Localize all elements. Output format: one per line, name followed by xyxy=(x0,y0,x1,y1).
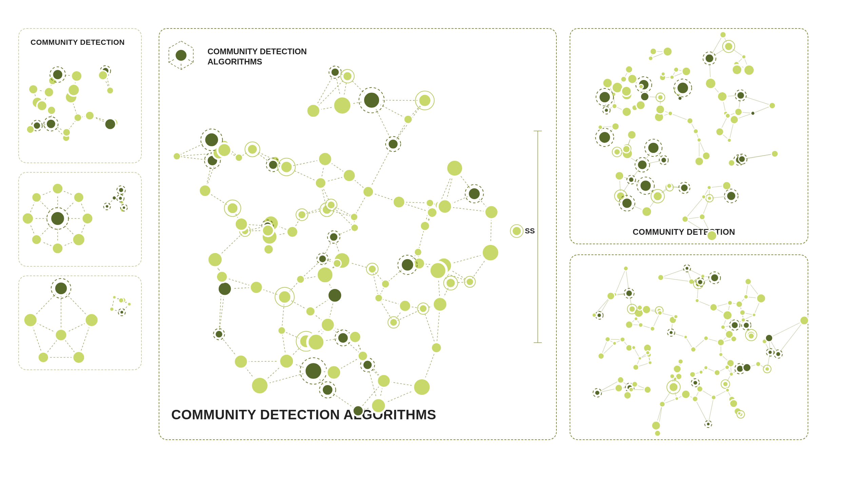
svg-point-580 xyxy=(727,138,732,142)
svg-point-332 xyxy=(247,144,257,154)
svg-point-945 xyxy=(646,351,650,355)
svg-point-860 xyxy=(743,363,751,372)
svg-point-436 xyxy=(327,201,335,209)
svg-point-370 xyxy=(315,177,326,189)
svg-point-336 xyxy=(343,169,356,182)
svg-point-908 xyxy=(744,294,748,299)
svg-point-572 xyxy=(639,84,643,89)
svg-point-949 xyxy=(684,335,687,339)
svg-point-962 xyxy=(738,412,741,415)
svg-point-655 xyxy=(737,92,744,99)
svg-point-43 xyxy=(74,114,82,122)
network xyxy=(592,265,809,436)
svg-point-626 xyxy=(687,118,693,124)
svg-point-400 xyxy=(316,266,334,284)
svg-point-889 xyxy=(765,335,773,342)
svg-point-869 xyxy=(626,290,633,297)
svg-point-415 xyxy=(235,217,248,231)
svg-point-58 xyxy=(107,87,114,94)
svg-point-961 xyxy=(615,384,623,392)
svg-point-385 xyxy=(199,185,211,197)
svg-point-363 xyxy=(218,282,232,296)
svg-point-668 xyxy=(720,32,726,38)
svg-point-877 xyxy=(678,359,683,364)
svg-point-81 xyxy=(74,192,84,203)
svg-point-362 xyxy=(429,262,447,279)
svg-point-587 xyxy=(661,157,666,163)
svg-line-277 xyxy=(368,144,393,192)
svg-point-394 xyxy=(216,271,228,283)
network xyxy=(23,279,99,364)
svg-point-592 xyxy=(598,125,602,129)
svg-point-438 xyxy=(426,199,434,207)
svg-point-607 xyxy=(614,149,621,155)
svg-point-87 xyxy=(32,192,42,202)
svg-point-80 xyxy=(52,183,63,194)
svg-point-621 xyxy=(707,186,711,190)
svg-point-85 xyxy=(32,234,42,245)
svg-point-636 xyxy=(680,184,688,192)
svg-point-644 xyxy=(723,182,731,190)
svg-point-334 xyxy=(390,319,397,326)
svg-point-923 xyxy=(726,388,729,392)
svg-point-661 xyxy=(670,75,674,79)
svg-point-433 xyxy=(327,288,342,303)
svg-point-952 xyxy=(607,292,615,300)
svg-point-902 xyxy=(740,310,745,315)
svg-point-652 xyxy=(628,74,637,84)
network-svg xyxy=(0,0,868,496)
svg-point-676 xyxy=(626,66,633,73)
svg-point-97 xyxy=(119,188,124,193)
svg-point-422 xyxy=(401,258,414,272)
svg-point-619 xyxy=(702,195,706,199)
network xyxy=(110,295,131,316)
svg-point-835 xyxy=(704,366,708,370)
svg-point-591 xyxy=(735,108,742,116)
svg-line-760 xyxy=(661,278,691,282)
svg-point-373 xyxy=(208,252,223,267)
svg-point-915 xyxy=(681,390,690,399)
svg-point-352 xyxy=(250,281,263,294)
svg-point-377 xyxy=(304,362,322,380)
svg-point-946 xyxy=(725,365,729,370)
svg-point-901 xyxy=(637,305,642,310)
svg-point-407 xyxy=(363,92,380,109)
svg-point-878 xyxy=(743,322,749,328)
svg-point-392 xyxy=(322,384,333,396)
svg-point-130 xyxy=(128,302,131,306)
svg-point-616 xyxy=(725,42,733,50)
svg-point-117 xyxy=(85,313,99,327)
svg-point-896 xyxy=(624,266,628,271)
svg-point-430 xyxy=(377,374,391,388)
svg-point-100 xyxy=(118,197,123,201)
svg-point-897 xyxy=(692,396,698,402)
svg-point-646 xyxy=(677,82,689,94)
svg-point-589 xyxy=(598,131,611,144)
svg-point-94 xyxy=(105,205,109,208)
svg-point-348 xyxy=(484,205,498,219)
svg-point-346 xyxy=(371,398,386,413)
svg-point-882 xyxy=(711,274,719,282)
svg-point-631 xyxy=(728,160,735,166)
svg-point-865 xyxy=(695,298,699,303)
svg-point-119 xyxy=(73,351,85,364)
svg-point-857 xyxy=(699,370,703,374)
svg-point-412 xyxy=(264,245,274,254)
svg-point-671 xyxy=(666,184,672,189)
svg-point-55 xyxy=(29,84,38,94)
svg-point-670 xyxy=(730,115,738,124)
svg-point-426 xyxy=(446,159,463,177)
svg-point-895 xyxy=(629,387,634,392)
svg-point-601 xyxy=(697,138,701,142)
svg-point-859 xyxy=(729,372,734,376)
svg-point-861 xyxy=(707,422,710,426)
svg-point-405 xyxy=(350,213,358,220)
svg-point-84 xyxy=(52,243,63,254)
svg-point-919 xyxy=(723,311,733,320)
svg-point-416 xyxy=(392,196,405,208)
svg-point-380 xyxy=(278,327,286,335)
svg-point-369 xyxy=(307,334,324,351)
svg-point-442 xyxy=(251,376,269,394)
svg-point-59 xyxy=(52,69,63,80)
svg-point-620 xyxy=(693,128,698,134)
